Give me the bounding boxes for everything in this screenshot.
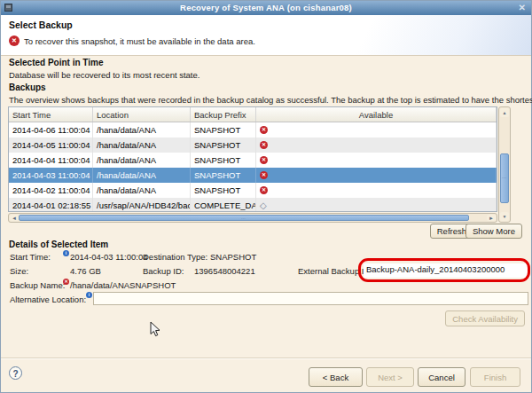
destination-type-label: Destination Type: (143, 252, 207, 262)
table-cell: SNAPSHOT (191, 122, 256, 138)
point-in-time-description: Database will be recovered to its most r… (9, 70, 200, 80)
help-icon[interactable]: ? (9, 366, 22, 380)
column-header-location[interactable]: Location (93, 107, 191, 122)
scroll-right-icon[interactable]: ► (487, 215, 496, 221)
column-header-available[interactable]: Available (256, 107, 497, 122)
table-cell: 2014-04-03 11:00:04 (9, 168, 93, 183)
error-message: To recover this snapshot, it must be ava… (24, 36, 255, 46)
close-icon[interactable]: ✕ (519, 3, 526, 13)
table-row[interactable]: 2014-04-05 11:00:04/hana/data/ANASNAPSHO… (9, 138, 497, 153)
mouse-cursor (150, 321, 160, 337)
table-row[interactable]: 2014-04-03 11:00:04/hana/data/ANASNAPSHO… (9, 168, 497, 183)
table-cell-available: ✕ (256, 122, 497, 138)
next-button: Next > (366, 367, 414, 387)
scroll-down-icon[interactable]: ▼ (500, 212, 509, 221)
table-row[interactable]: 2014-04-01 02:18:55/usr/sap/ANA/HDB42/ba… (9, 198, 497, 212)
table-cell-available: ◇ (256, 198, 497, 212)
details-title: Details of Selected Item (9, 240, 108, 249)
recovery-wizard-window: Recovery of System ANA (on cishanar08) ✕… (0, 0, 532, 393)
column-header-backup-prefix[interactable]: Backup Prefix (191, 107, 256, 122)
error-message-line: ✕ To recover this snapshot, it must be a… (9, 35, 255, 46)
backup-id-value: 1396548004221 (194, 266, 255, 276)
window-title: Recovery of System ANA (on cishanar08) (1, 3, 531, 12)
page-title: Select Backup (9, 20, 73, 30)
backup-name-error-icon[interactable]: ✕ (63, 279, 69, 285)
scroll-left-icon[interactable]: ◄ (10, 215, 19, 221)
error-icon: ✕ (9, 35, 20, 46)
titlebar: Recovery of System ANA (on cishanar08) ✕ (1, 1, 531, 15)
not-available-icon: ✕ (260, 141, 268, 149)
table-cell: /hana/data/ANA (93, 122, 191, 138)
size-value: 4.76 GB (70, 266, 101, 276)
table-cell: COMPLETE_DA (191, 198, 256, 212)
scroll-up-icon[interactable]: ▲ (500, 108, 509, 117)
start-time-label: Start Time: (10, 252, 51, 262)
table-cell: 2014-04-05 11:00:04 (9, 138, 93, 153)
not-available-icon: ✕ (260, 186, 268, 194)
table-row[interactable]: 2014-04-06 11:00:04/hana/data/ANASNAPSHO… (9, 122, 497, 138)
table-cell-available: ✕ (256, 168, 497, 183)
external-backup-id-field[interactable]: Backup-ANA-daily_20140403200000 (364, 263, 530, 278)
table-cell: /hana/data/ANA (93, 153, 191, 168)
start-time-info-icon[interactable]: i (63, 250, 69, 256)
external-backup-id-label: External Backup ID: (298, 266, 372, 276)
unknown-availability-icon: ◇ (260, 201, 267, 210)
table-header: Start Time Location Backup Prefix Availa… (9, 107, 497, 122)
backups-title: Backups (9, 83, 46, 92)
table-cell-available: ✕ (256, 153, 497, 168)
table-cell: 2014-04-01 02:18:55 (9, 198, 93, 212)
check-availability-button: Check Availability (445, 310, 525, 326)
table-cell: 2014-04-06 11:00:04 (9, 122, 93, 138)
destination-type-value: SNAPSHOT (210, 252, 256, 262)
backup-name-label: Backup Name: (10, 280, 65, 290)
thumb-grip: ⋮ (502, 176, 507, 181)
backup-catalog-table: Start Time Location Backup Prefix Availa… (8, 106, 497, 212)
vertical-scroll-thumb[interactable]: ⋮ (500, 153, 509, 203)
show-more-button[interactable]: Show More (466, 224, 522, 239)
finish-button: Finish (470, 367, 520, 387)
table-cell: /hana/data/ANA (93, 168, 191, 183)
not-available-icon: ✕ (260, 156, 268, 164)
point-in-time-title: Selected Point in Time (9, 58, 104, 67)
table-cell: SNAPSHOT (191, 183, 256, 198)
wizard-header: Select Backup ✕ To recover this snapshot… (1, 15, 531, 56)
table-cell: SNAPSHOT (191, 153, 256, 168)
table-cell: 2014-04-02 11:00:04 (9, 183, 93, 198)
size-label: Size: (10, 266, 28, 276)
table-cell-available: ✕ (256, 183, 497, 198)
column-header-start-time[interactable]: Start Time (9, 107, 93, 122)
table-cell: /hana/data/ANA (93, 138, 191, 153)
table-cell: /usr/sap/ANA/HDB42/backu (93, 198, 191, 212)
alternative-location-input[interactable] (93, 292, 528, 305)
vertical-scrollbar[interactable]: ▲ ⋮ ▼ (498, 106, 511, 223)
start-time-value: 2014-04-03 11:00:04 (70, 252, 148, 262)
backup-id-label: Backup ID: (143, 266, 184, 276)
table-cell: SNAPSHOT (191, 168, 256, 183)
table-cell: 2014-04-04 11:00:04 (9, 153, 93, 168)
alternative-location-info-icon[interactable]: i (86, 292, 92, 298)
alternative-location-label: Alternative Location: (10, 295, 86, 304)
not-available-icon: ✕ (260, 171, 268, 179)
cancel-button[interactable]: Cancel (418, 367, 466, 387)
table-cell: SNAPSHOT (191, 138, 256, 153)
table-row[interactable]: 2014-04-04 11:00:04/hana/data/ANASNAPSHO… (9, 153, 497, 168)
table-cell-available: ✕ (256, 138, 497, 153)
not-available-icon: ✕ (260, 126, 268, 134)
backup-name-value: /hana/data/ANASNAPSHOT (70, 280, 176, 290)
horizontal-scrollbar[interactable]: ◄ ⋯ ► (8, 213, 497, 223)
backup-table-body: 2014-04-06 11:00:04/hana/data/ANASNAPSHO… (9, 122, 497, 212)
back-button[interactable]: < Back (309, 367, 363, 387)
backups-description: The overview shows backups that were rec… (9, 95, 532, 105)
thumb-grip: ⋯ (241, 216, 246, 221)
table-row[interactable]: 2014-04-02 11:00:04/hana/data/ANASNAPSHO… (9, 183, 497, 198)
horizontal-scroll-thumb[interactable]: ⋯ (19, 215, 469, 221)
footer-divider-highlight (1, 358, 531, 359)
table-cell: /hana/data/ANA (93, 183, 191, 198)
